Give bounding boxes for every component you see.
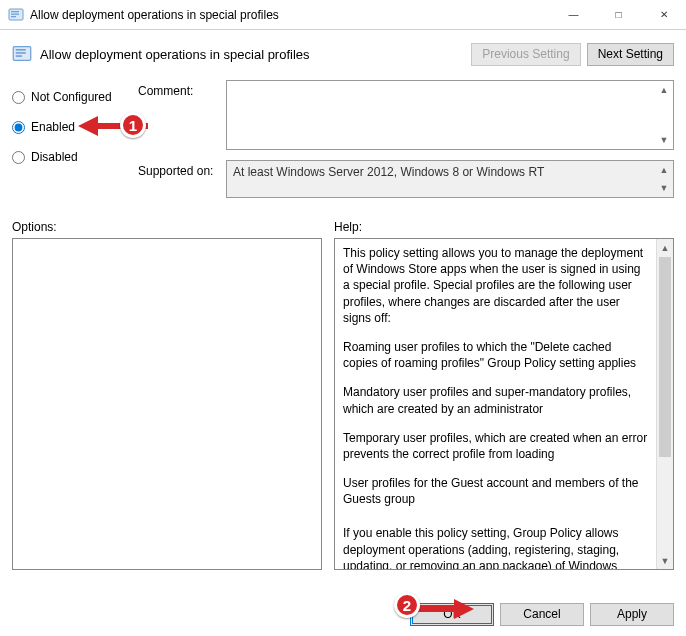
radio-enabled-label: Enabled — [31, 120, 75, 134]
scroll-up-icon[interactable]: ▲ — [656, 162, 672, 178]
minimize-button[interactable]: — — [551, 0, 596, 29]
cancel-button[interactable]: Cancel — [500, 603, 584, 626]
window-controls: — □ ✕ — [551, 0, 686, 29]
help-text: If you enable this policy setting, Group… — [343, 525, 648, 569]
previous-setting-button[interactable]: Previous Setting — [471, 43, 580, 66]
close-button[interactable]: ✕ — [641, 0, 686, 29]
scroll-down-icon[interactable]: ▼ — [656, 132, 672, 148]
scroll-down-icon[interactable]: ▼ — [657, 552, 673, 569]
window-title: Allow deployment operations in special p… — [30, 8, 551, 22]
policy-header: Allow deployment operations in special p… — [0, 30, 686, 78]
help-panel: This policy setting allows you to manage… — [335, 239, 656, 569]
svg-rect-2 — [11, 13, 19, 14]
radio-not-configured-label: Not Configured — [31, 90, 112, 104]
scroll-up-icon[interactable]: ▲ — [657, 239, 673, 256]
policy-title: Allow deployment operations in special p… — [40, 47, 471, 62]
state-section: Not Configured Enabled Disabled Comment:… — [0, 78, 686, 216]
next-setting-button[interactable]: Next Setting — [587, 43, 674, 66]
help-text: User profiles for the Guest account and … — [343, 475, 648, 507]
radio-disabled[interactable]: Disabled — [12, 144, 138, 170]
supported-on-value: At least Windows Server 2012, Windows 8 … — [226, 160, 674, 198]
radio-disabled-input[interactable] — [12, 151, 25, 164]
help-text: Roaming user profiles to which the "Dele… — [343, 339, 648, 371]
help-scrollbar[interactable]: ▲ ▼ — [656, 239, 673, 569]
svg-rect-3 — [11, 16, 16, 17]
options-label: Options: — [12, 220, 334, 234]
apply-button[interactable]: Apply — [590, 603, 674, 626]
scroll-up-icon[interactable]: ▲ — [656, 82, 672, 98]
maximize-button[interactable]: □ — [596, 0, 641, 29]
help-text: Mandatory user profiles and super-mandat… — [343, 384, 648, 416]
comment-label: Comment: — [138, 80, 226, 150]
dialog-footer: OK Cancel Apply — [0, 596, 686, 632]
state-radios: Not Configured Enabled Disabled — [12, 80, 138, 208]
help-text: Temporary user profiles, which are creat… — [343, 430, 648, 462]
scrollbar-thumb[interactable] — [659, 257, 671, 457]
radio-enabled-input[interactable] — [12, 121, 25, 134]
svg-rect-1 — [11, 11, 19, 12]
radio-disabled-label: Disabled — [31, 150, 78, 164]
help-panel-container: This policy setting allows you to manage… — [334, 238, 674, 570]
radio-enabled[interactable]: Enabled — [12, 114, 138, 140]
policy-icon — [12, 44, 32, 64]
ok-button[interactable]: OK — [410, 603, 494, 626]
radio-not-configured[interactable]: Not Configured — [12, 84, 138, 110]
radio-not-configured-input[interactable] — [12, 91, 25, 104]
svg-rect-5 — [16, 49, 26, 51]
scroll-down-icon[interactable]: ▼ — [656, 180, 672, 196]
comment-input[interactable]: ▲ ▼ — [226, 80, 674, 150]
help-text: This policy setting allows you to manage… — [343, 245, 648, 326]
titlebar: Allow deployment operations in special p… — [0, 0, 686, 30]
options-panel — [12, 238, 322, 570]
svg-rect-7 — [16, 55, 22, 57]
help-label: Help: — [334, 220, 362, 234]
svg-rect-6 — [16, 52, 26, 54]
policy-icon — [8, 7, 24, 23]
supported-on-label: Supported on: — [138, 160, 226, 198]
